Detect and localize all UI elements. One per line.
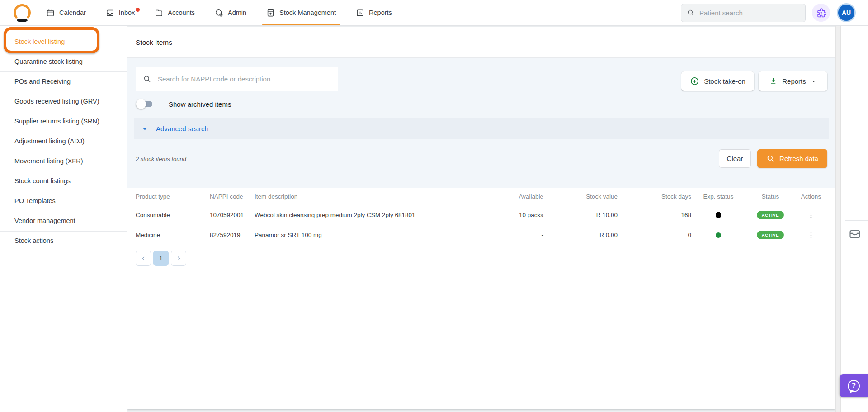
nav-label: Admin (228, 9, 246, 16)
sidebar-divider (0, 71, 127, 72)
next-page-button[interactable] (171, 251, 186, 266)
cell-stock-days: 0 (618, 232, 691, 238)
exp-status-dot (716, 212, 721, 218)
help-button[interactable]: ? (840, 374, 868, 397)
sidebar-item-stock-actions[interactable]: Stock actions (0, 231, 127, 251)
cell-status: ACTIVE (745, 211, 795, 219)
results-summary: 2 stock items found (136, 155, 186, 162)
column-header: Stock value (543, 193, 618, 200)
search-icon (766, 154, 775, 163)
sidebar-item-adjustment-listing[interactable]: Adjustment listing (ADJ) (0, 131, 127, 151)
show-archived-toggle[interactable] (136, 99, 152, 109)
nav-item-admin[interactable]: Admin (215, 0, 246, 25)
nav-label: Calendar (59, 9, 86, 16)
sidebar-item-movement-listing[interactable]: Movement listing (XFR) (0, 151, 127, 171)
folder-icon (155, 9, 163, 17)
cell-status: ACTIVE (745, 231, 795, 239)
reports-button-label: Reports (782, 77, 806, 85)
patient-search-input[interactable] (699, 9, 800, 17)
stock-search-box (136, 67, 338, 91)
cell-nappi-code: 827592019 (210, 232, 255, 238)
cell-actions (795, 229, 827, 241)
stock-search-input[interactable] (158, 75, 331, 83)
tray-icon[interactable] (849, 228, 861, 239)
cell-item-description: Webcol skin cleansing prep medium 2ply C… (255, 212, 489, 218)
results-row: 2 stock items found Clear Refresh data (127, 149, 835, 168)
inbox-icon (106, 9, 114, 17)
cell-stock-value: R 0.00 (543, 232, 618, 238)
chevron-left-icon (140, 255, 147, 262)
column-header: Status (745, 193, 795, 200)
stock-take-on-button[interactable]: Stock take-on (681, 71, 754, 91)
cell-nappi-code: 1070592001 (210, 212, 255, 218)
nav-item-stock-management[interactable]: Stock Management (266, 0, 336, 25)
cell-stock-days: 168 (618, 212, 691, 218)
advanced-search-toggle[interactable]: Advanced search (134, 118, 829, 139)
clear-button-label: Clear (727, 155, 743, 162)
admin-gear-icon (215, 9, 223, 17)
page-title: Stock Items (136, 38, 172, 47)
stock-take-on-label: Stock take-on (704, 77, 745, 85)
sidebar-item-stock-count-listings[interactable]: Stock count listings (0, 171, 127, 191)
nav-item-calendar[interactable]: Calendar (46, 0, 86, 25)
reports-dropdown-button[interactable]: Reports (759, 71, 827, 91)
cell-item-description: Panamor sr SRT 100 mg (255, 232, 489, 238)
sidebar-item-vendor-management[interactable]: Vendor management (0, 211, 127, 231)
sidebar-menu: Stock level listing Quarantine stock lis… (0, 26, 127, 251)
cell-exp-status (691, 212, 745, 218)
inbox-notification-dot (136, 8, 140, 12)
column-header: Exp. status (691, 193, 745, 200)
sidebar-item-quarantine-stock-listing[interactable]: Quarantine stock listing (0, 52, 127, 71)
cell-available: 10 packs (489, 212, 543, 218)
stock-items-panel: Stock Items Stock take-on Reports (127, 27, 835, 409)
refresh-data-button[interactable]: Refresh data (757, 149, 827, 168)
column-header: Product type (136, 193, 210, 200)
caret-down-icon (811, 78, 817, 85)
table-row[interactable]: Medicine 827592019 Panamor sr SRT 100 mg… (136, 225, 827, 245)
primary-nav: Calendar Inbox Accounts Admin (46, 0, 392, 25)
sidebar-item-po-templates[interactable]: PO Templates (0, 191, 127, 211)
advanced-search-label: Advanced search (156, 125, 208, 133)
nav-item-accounts[interactable]: Accounts (155, 0, 195, 25)
clear-button[interactable]: Clear (719, 149, 751, 168)
column-header: NAPPI code (210, 193, 255, 200)
sidebar-item-stock-level-listing[interactable]: Stock level listing (0, 32, 127, 52)
bar-chart-icon (356, 9, 364, 17)
sidebar-item-supplier-returns-listing[interactable]: Supplier returns listing (SRN) (0, 111, 127, 131)
previous-page-button[interactable] (136, 251, 151, 266)
cell-product-type: Medicine (136, 232, 210, 238)
cell-product-type: Consumable (136, 212, 210, 218)
chevron-down-icon (141, 125, 149, 133)
calendar-icon (46, 9, 55, 17)
chevron-right-icon (175, 255, 182, 262)
status-badge: ACTIVE (757, 211, 784, 219)
filter-section: Stock take-on Reports Show archived item… (127, 58, 835, 188)
sidebar-divider (0, 231, 127, 232)
sidebar-item-goods-received-listing[interactable]: Goods received listing (GRV) (0, 91, 127, 111)
table-row[interactable]: Consumable 1070592001 Webcol skin cleans… (136, 205, 827, 225)
page-number-button[interactable]: 1 (153, 251, 169, 266)
pagination: 1 (127, 245, 835, 266)
nav-label: Stock Management (279, 9, 336, 16)
search-icon (143, 75, 151, 83)
column-header: Item description (255, 193, 489, 200)
extensions-button[interactable] (812, 4, 830, 22)
column-header: Stock days (618, 193, 691, 200)
nav-item-inbox[interactable]: Inbox (106, 0, 135, 25)
vertical-scrollbar[interactable] (835, 26, 841, 412)
user-avatar[interactable]: AU (838, 5, 854, 21)
show-archived-label: Show archived items (169, 100, 231, 108)
medication-bottle-icon (266, 9, 275, 17)
panel-header: Stock Items (127, 27, 835, 58)
patient-search-box (681, 4, 806, 22)
stock-sidebar: Stock level listing Quarantine stock lis… (0, 26, 127, 412)
cell-stock-value: R 10.00 (543, 212, 618, 218)
nav-item-reports[interactable]: Reports (356, 0, 392, 25)
sidebar-item-pos-and-receiving[interactable]: POs and Receiving (0, 71, 127, 91)
table-header-row: Product type NAPPI code Item description… (136, 188, 827, 205)
kebab-menu-icon[interactable] (804, 209, 818, 221)
cell-actions (795, 209, 827, 221)
cell-exp-status (691, 232, 745, 238)
kebab-menu-icon[interactable] (804, 229, 818, 241)
right-utility-rail (841, 26, 868, 412)
